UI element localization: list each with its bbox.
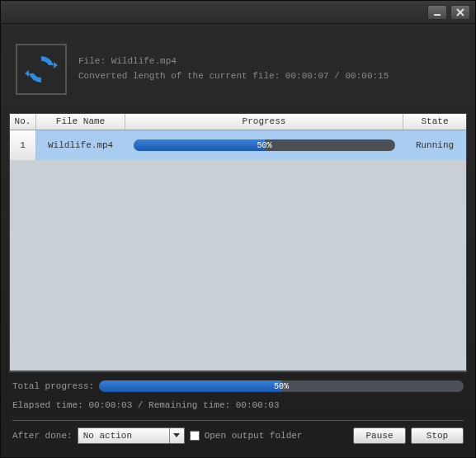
elapsed-label: Elapsed time: bbox=[12, 400, 83, 410]
open-folder-label: Open output folder bbox=[205, 431, 303, 441]
after-done-select[interactable]: No action bbox=[78, 427, 185, 444]
total-progress-fill bbox=[99, 380, 281, 392]
cell-name: Wildlife.mp4 bbox=[36, 130, 125, 160]
close-button[interactable] bbox=[450, 5, 470, 20]
cell-progress: 50% bbox=[125, 130, 403, 160]
times-row: Elapsed time: 00:00:03 / Remaining time:… bbox=[12, 395, 464, 418]
row-progress-fill bbox=[134, 139, 265, 151]
minimize-button[interactable] bbox=[427, 5, 447, 20]
file-table: No. File Name Progress State 1 Wildlife.… bbox=[9, 113, 467, 371]
convert-icon bbox=[16, 44, 67, 95]
elapsed-value: 00:00:03 bbox=[88, 400, 132, 410]
content-area: File: Wildlife.mp4 Converted length of t… bbox=[1, 24, 475, 457]
footer: Total progress: 50% Elapsed time: 00:00:… bbox=[9, 371, 467, 449]
col-state: State bbox=[403, 114, 466, 130]
col-name: File Name bbox=[36, 114, 125, 130]
chevron-down-icon bbox=[169, 428, 184, 443]
app-window: File: Wildlife.mp4 Converted length of t… bbox=[0, 0, 476, 458]
table-body: 1 Wildlife.mp4 50% Running bbox=[10, 130, 466, 371]
table-header: No. File Name Progress State bbox=[10, 114, 466, 130]
converted-elapsed: 00:00:07 bbox=[285, 71, 329, 81]
info-panel: File: Wildlife.mp4 Converted length of t… bbox=[9, 32, 467, 113]
col-progress: Progress bbox=[125, 114, 403, 130]
cell-state: Running bbox=[403, 130, 466, 160]
col-no: No. bbox=[10, 114, 36, 130]
info-text: File: Wildlife.mp4 Converted length of t… bbox=[78, 54, 389, 83]
converted-total: 00:00:15 bbox=[345, 71, 389, 81]
total-progress-bar: 50% bbox=[99, 380, 464, 392]
after-done-label: After done: bbox=[12, 431, 73, 441]
cell-no: 1 bbox=[10, 130, 36, 160]
total-progress-row: Total progress: 50% bbox=[12, 377, 464, 395]
remaining-label: Remaining time: bbox=[148, 400, 230, 410]
divider bbox=[12, 420, 464, 421]
file-label: File: bbox=[78, 56, 106, 66]
svg-marker-3 bbox=[54, 62, 58, 68]
actions-row: After done: No action Open output folder… bbox=[12, 427, 464, 449]
table-row[interactable]: 1 Wildlife.mp4 50% Running bbox=[10, 130, 466, 160]
total-label: Total progress: bbox=[12, 381, 94, 391]
file-name: Wildlife.mp4 bbox=[111, 56, 177, 66]
remaining-value: 00:00:03 bbox=[236, 400, 280, 410]
titlebar bbox=[1, 1, 475, 24]
converted-label: Converted length of the current file: bbox=[78, 71, 280, 81]
svg-marker-4 bbox=[25, 70, 29, 77]
row-progress-bar: 50% bbox=[134, 139, 395, 151]
row-progress-label: 50% bbox=[257, 141, 271, 150]
pause-button[interactable]: Pause bbox=[353, 427, 406, 444]
open-folder-checkbox[interactable] bbox=[190, 431, 200, 441]
after-done-value: No action bbox=[83, 431, 132, 441]
total-progress-label: 50% bbox=[274, 382, 289, 391]
svg-marker-5 bbox=[173, 433, 180, 437]
stop-button[interactable]: Stop bbox=[411, 427, 464, 444]
